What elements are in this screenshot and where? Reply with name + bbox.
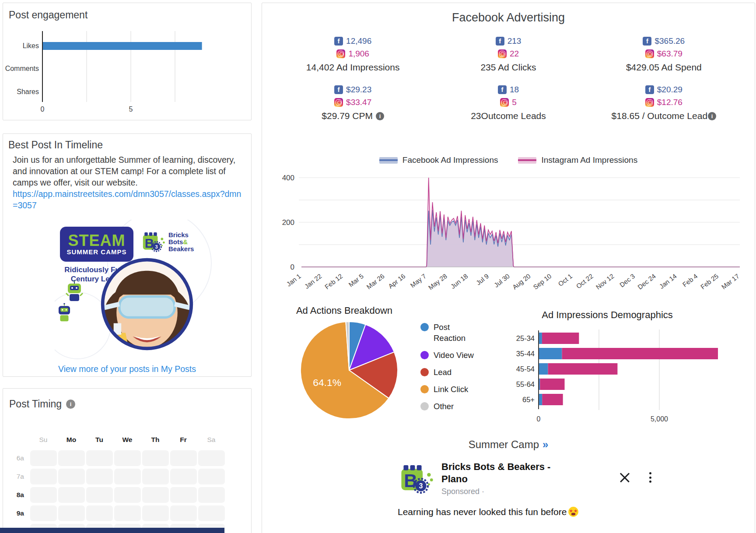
timing-cell: [114, 487, 141, 503]
ad-stat: $20.29$12.76$18.65 / Outcome Lead: [586, 83, 742, 121]
instagram-icon: [500, 98, 509, 107]
stat-total: $29.79 CPM: [322, 111, 384, 121]
instagram-icon: [645, 98, 654, 107]
day-header: Th: [141, 431, 169, 449]
facebook-value: $20.29: [657, 85, 682, 95]
svg-text:Jul 9: Jul 9: [475, 272, 490, 287]
timing-cell: [86, 469, 113, 484]
post-timing-title: Post Timing: [9, 398, 75, 410]
timing-cell: [58, 487, 85, 503]
instagram-value: 22: [510, 49, 519, 59]
facebook-icon: [645, 85, 654, 94]
svg-text:Likes: Likes: [23, 42, 39, 49]
post-timing-grid: SuMoTuWeThFrSa6a7a8a9a10a: [8, 431, 225, 533]
timing-cell: [114, 469, 141, 484]
svg-text:Comments: Comments: [5, 65, 39, 72]
bricks-bots-beakers-logo: B 3: [140, 229, 166, 255]
svg-text:45-54: 45-54: [516, 365, 535, 373]
svg-text:Feb 12: Feb 12: [323, 272, 344, 291]
info-icon[interactable]: [376, 112, 384, 120]
svg-text:Feb 25: Feb 25: [699, 272, 720, 291]
ad-post-preview: B 3 Bricks Bots & Beakers - Plano Sponso…: [398, 461, 651, 517]
more-options-icon[interactable]: [649, 472, 651, 483]
svg-text:Feb 4: Feb 4: [681, 272, 699, 288]
page-name[interactable]: Bricks Bots & Beakers - Plano: [441, 461, 567, 485]
post-engagement-panel: Post engagement LikesCommentsShares05: [3, 3, 252, 120]
timing-cell: [170, 487, 197, 503]
timing-cell: [170, 505, 197, 521]
day-header: Fr: [169, 431, 197, 449]
best-post-text: Join us for an unforgettable Summer of l…: [13, 154, 244, 211]
hour-label: 7a: [8, 467, 29, 486]
svg-text:200: 200: [282, 218, 294, 227]
svg-text:0: 0: [537, 415, 541, 423]
svg-text:Jan 14: Jan 14: [658, 272, 678, 290]
svg-text:5,000: 5,000: [651, 415, 668, 423]
facebook-value: $29.23: [346, 85, 371, 95]
day-header: Tu: [85, 431, 113, 449]
day-header: Su: [29, 431, 57, 449]
sponsored-label: Sponsored ·: [441, 487, 567, 496]
info-icon[interactable]: [708, 112, 716, 120]
timing-cell: [86, 487, 113, 503]
timing-cell: [114, 505, 141, 521]
timing-cell: [30, 450, 57, 466]
timing-cell: [58, 450, 85, 466]
svg-text:0: 0: [290, 263, 294, 271]
instagram-value: 1,906: [348, 49, 369, 59]
timing-cell: [58, 469, 85, 484]
svg-text:0: 0: [41, 105, 45, 113]
svg-text:5: 5: [129, 105, 133, 113]
view-more-link[interactable]: View more of your posts in My Posts: [3, 364, 251, 374]
hour-label: 9a: [8, 504, 29, 522]
facebook-advertising-panel: Facebook Advertising 12,4961,90614,402 A…: [262, 3, 755, 533]
timing-cell: [170, 469, 197, 484]
svg-text:May 7: May 7: [409, 272, 427, 289]
post-timing-panel: Post Timing SuMoTuWeThFrSa6a7a8a9a10a: [3, 388, 252, 533]
page-avatar: B 3: [398, 461, 434, 498]
svg-text:55-64: 55-64: [516, 380, 535, 388]
svg-text:65+: 65+: [522, 396, 535, 403]
ad-actions-pie-chart: 64.1%: [297, 318, 401, 422]
timing-cell: [86, 505, 113, 521]
svg-text:Mar 5: Mar 5: [347, 272, 365, 288]
robot-icon: [56, 303, 73, 323]
post-engagement-title: Post engagement: [9, 9, 88, 21]
child-photo: [99, 256, 195, 352]
info-icon[interactable]: [66, 400, 75, 409]
stat-total: 23Outcome Leads: [471, 111, 546, 121]
instagram-icon: [498, 49, 507, 58]
summer-camp-link[interactable]: Summer Camp»: [262, 438, 755, 451]
timing-cell: [142, 505, 169, 521]
pie-legend-item: Video View: [420, 350, 476, 361]
stat-total: 235 Ad Clicks: [480, 62, 536, 73]
summer-camps-text: SUMMER CAMPS: [66, 248, 126, 256]
ad-stat: $365.26$63.79$429.05 Ad Spend: [586, 35, 742, 73]
post-engagement-bar-chart: LikesCommentsShares05: [3, 26, 252, 116]
svg-text:3: 3: [155, 244, 158, 249]
timing-cell: [170, 450, 197, 466]
svg-text:★: ★: [574, 508, 578, 513]
best-post-title: Best Post In Timeline: [8, 139, 103, 151]
ad-stat: 12,4961,90614,402 Ad Impressions: [275, 35, 430, 73]
svg-text:Sep 10: Sep 10: [532, 272, 553, 291]
facebook-icon: [334, 37, 343, 46]
svg-text:Aug 20: Aug 20: [511, 272, 532, 291]
facebook-value: 18: [510, 85, 519, 95]
timing-cell: [142, 469, 169, 484]
ad-actions-legend: Post ReactionVideo ViewLeadLink ClickOth…: [420, 322, 476, 412]
close-icon[interactable]: [620, 472, 630, 483]
pie-legend-item: Post Reaction: [420, 322, 476, 344]
facebook-icon: [498, 85, 507, 94]
brand-name: Bricks Bots& Beakers: [168, 231, 194, 252]
ad-impressions-line-chart: 0200400Jan 1Jan 22Feb 12Mar 5Mar 26Apr 1…: [266, 161, 753, 300]
timing-cell: [198, 505, 225, 521]
facebook-icon: [334, 85, 343, 94]
demographics-title: Ad Impressions Demographics: [489, 309, 754, 321]
instagram-icon: [336, 49, 345, 58]
hour-label: 8a: [8, 486, 29, 504]
ad-stats-grid: 12,4961,90614,402 Ad Impressions21322235…: [275, 35, 742, 121]
svg-text:35-44: 35-44: [516, 350, 535, 358]
timing-cell: [198, 450, 225, 466]
best-post-link[interactable]: https://app.mainstreetsites.com/dmn3057/…: [13, 188, 244, 211]
